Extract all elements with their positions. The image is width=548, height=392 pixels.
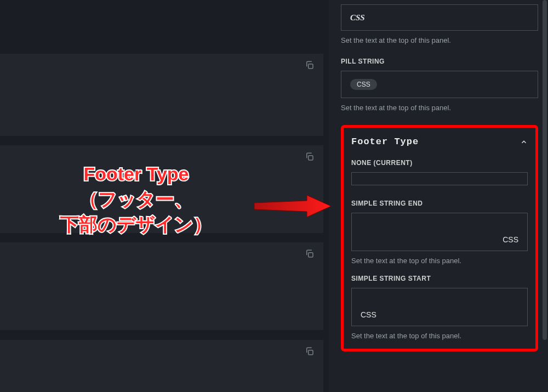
simple-string-start-label: SIMPLE STRING START <box>351 275 528 282</box>
pill-string-label: PILL STRING <box>341 58 538 65</box>
footer-type-section: Footer Type NONE (CURRENT) SIMPLE STRING… <box>341 125 538 351</box>
simple-start-value: CSS <box>361 310 376 319</box>
simple-string-start-field[interactable]: CSS <box>351 288 528 326</box>
css-text-field[interactable]: CSS <box>341 4 538 31</box>
svg-rect-0 <box>309 64 313 69</box>
footer-type-title: Footer Type <box>351 137 419 147</box>
help-text: Set the text at the top of this panel. <box>351 257 528 265</box>
left-preview-panel <box>0 0 323 392</box>
pill-string-field[interactable]: CSS <box>341 71 538 98</box>
footer-type-header[interactable]: Footer Type <box>351 137 528 147</box>
none-field[interactable] <box>351 172 528 185</box>
copy-icon[interactable] <box>305 152 315 162</box>
scrollbar[interactable] <box>543 0 547 340</box>
help-text: Set the text at the top of this panel. <box>341 36 538 44</box>
svg-rect-2 <box>309 253 313 257</box>
help-text: Set the text at the top of this panel. <box>341 104 538 112</box>
css-field-value: CSS <box>350 13 365 22</box>
copy-icon[interactable] <box>305 60 315 70</box>
help-text: Set the text at the top of this panel. <box>351 332 528 340</box>
svg-rect-1 <box>309 156 313 160</box>
chevron-up-icon <box>520 138 528 146</box>
copy-icon[interactable] <box>305 346 315 356</box>
simple-end-value: CSS <box>503 235 518 244</box>
none-current-label: NONE (CURRENT) <box>351 159 528 167</box>
svg-rect-3 <box>309 350 313 355</box>
pill-value: CSS <box>350 79 377 90</box>
right-settings-panel: CSS Set the text at the top of this pane… <box>329 0 548 392</box>
simple-string-end-label: SIMPLE STRING END <box>351 200 528 207</box>
copy-icon[interactable] <box>305 249 315 259</box>
simple-string-end-field[interactable]: CSS <box>351 213 528 251</box>
